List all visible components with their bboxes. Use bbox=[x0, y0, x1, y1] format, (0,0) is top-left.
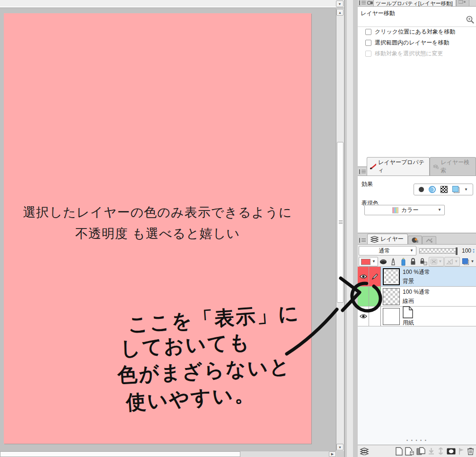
tab-layer-secondary-1[interactable] bbox=[408, 236, 422, 244]
panel-divider[interactable] bbox=[344, 0, 358, 457]
layer-property-tabstrip: レイヤープロパティ レイヤー検索 bbox=[358, 167, 476, 176]
tab-layer-property[interactable]: レイヤープロパティ bbox=[367, 157, 430, 176]
artboard[interactable]: 選択したレイヤーの色のみ表示できるように 不透明度 も選べると嬉しい ここを「表… bbox=[4, 13, 311, 444]
sub-tool-detail-icon[interactable] bbox=[466, 15, 474, 24]
option-move-layer-in-selection[interactable]: 選択範囲内のレイヤーを移動 bbox=[365, 39, 449, 47]
panel-resize-grip[interactable]: • • • • • bbox=[406, 438, 427, 443]
secondary-icon bbox=[425, 237, 433, 243]
layer-thumbnail[interactable] bbox=[383, 268, 400, 285]
layer-body[interactable]: 用紙 bbox=[381, 307, 476, 326]
layer-thumbnail[interactable] bbox=[383, 308, 400, 325]
new-vector-layer-icon[interactable] bbox=[405, 447, 414, 456]
layer-property-panel: レイヤープロパティ レイヤー検索 効果 ▼ 表現色 bbox=[358, 167, 476, 233]
panel-menu-icon[interactable] bbox=[359, 0, 366, 6]
brush-stroke-icon bbox=[370, 164, 377, 169]
chevron-down-icon[interactable]: ▼ bbox=[464, 188, 468, 192]
blend-mode-value: 通常 bbox=[359, 247, 410, 255]
horizontal-scroll-thumb[interactable] bbox=[0, 451, 240, 457]
watercolor-edge-icon[interactable] bbox=[429, 186, 436, 193]
tone-effect-icon[interactable] bbox=[441, 186, 448, 193]
canvas-vertical-scrollbar[interactable]: ▲ ▼ bbox=[336, 9, 344, 451]
panel-dock-layers-icon[interactable] bbox=[360, 448, 369, 455]
layer-row-paper[interactable]: 用紙 bbox=[358, 307, 476, 326]
panel-menu-icon[interactable] bbox=[359, 237, 366, 244]
checkbox-label: 移動対象を選択状態に変更 bbox=[375, 50, 443, 58]
layer-name[interactable]: 背景 bbox=[403, 277, 430, 285]
lock-transparent-pixels-icon[interactable] bbox=[418, 257, 428, 266]
option-move-object-at-click[interactable]: クリック位置にある対象を移動 bbox=[365, 28, 455, 36]
tab-layer-secondary-2[interactable] bbox=[422, 236, 436, 244]
layer-color-dropdown[interactable]: ▼ bbox=[460, 257, 476, 266]
layer-visibility-cell[interactable] bbox=[358, 267, 369, 286]
checkbox[interactable] bbox=[365, 40, 371, 46]
effect-buttons-group: ▼ bbox=[414, 184, 473, 195]
cel-icon bbox=[411, 237, 419, 243]
layer-panel-toolbar bbox=[358, 445, 476, 457]
tab-layer-search[interactable]: レイヤー検索 bbox=[430, 157, 476, 176]
layer-visibility-cell[interactable] bbox=[358, 307, 369, 326]
opacity-spinner[interactable]: 100 ▲▼ bbox=[459, 246, 475, 255]
delete-layer-trash-icon[interactable] bbox=[467, 447, 474, 455]
checkbox-label: 選択範囲内のレイヤーを移動 bbox=[375, 39, 449, 47]
layer-panel: レイヤー 通常 bbox=[358, 233, 476, 457]
layer-search-icon bbox=[433, 164, 439, 169]
layer-edit-target-cell[interactable] bbox=[369, 267, 381, 286]
panel-menu-icon[interactable] bbox=[359, 169, 366, 175]
layer-edit-target-cell[interactable] bbox=[369, 287, 381, 306]
canvas-text-line: 選択したレイヤーの色のみ表示できるように bbox=[4, 204, 311, 221]
reference-layer-icon[interactable] bbox=[388, 257, 398, 266]
opacity-slider-handle[interactable] bbox=[456, 247, 458, 255]
chevron-down-icon: ▼ bbox=[372, 260, 376, 264]
layer-opacity-text: 100 %通常 bbox=[403, 268, 430, 276]
tab-hidden-tool[interactable] bbox=[456, 0, 469, 7]
layer-row-background[interactable]: 100 %通常 背景 bbox=[358, 267, 476, 287]
chevron-down-icon: ▼ bbox=[470, 260, 474, 264]
layer-thumbnail[interactable] bbox=[383, 288, 400, 305]
sub-tool-title: レイヤー移動 bbox=[361, 9, 395, 18]
layer-row-lineart[interactable]: 100 %通常 線画 bbox=[358, 287, 476, 307]
border-effect-icon[interactable] bbox=[419, 187, 424, 192]
scroll-down-button[interactable]: ▼ bbox=[336, 0, 344, 7]
canvas-horizontal-scrollbar[interactable]: ▶ bbox=[0, 451, 336, 457]
clip-to-layer-below-icon[interactable] bbox=[379, 257, 388, 266]
palette-color-dropdown[interactable]: ▼ bbox=[359, 257, 378, 266]
spinner-arrows-icon[interactable]: ▲▼ bbox=[472, 248, 475, 254]
layer-visibility-cell[interactable] bbox=[358, 287, 369, 306]
layer-body[interactable]: 100 %通常 線画 bbox=[381, 287, 476, 306]
tool-property-panel: ツールプロパティ[レイヤー移動] レイヤー移動 bbox=[358, 0, 476, 167]
scroll-right-button[interactable]: ▶ bbox=[329, 451, 336, 457]
layer-color-effect-icon[interactable] bbox=[452, 186, 459, 193]
canvas-region: ▼ 選択したレイヤーの色のみ表示できるように 不透明度 も選べると嬉しい ここを… bbox=[0, 0, 344, 457]
layer-color-icon bbox=[462, 258, 469, 265]
new-folder-icon[interactable] bbox=[416, 447, 425, 455]
checkbox-label: クリック位置にある対象を移動 bbox=[375, 28, 455, 36]
vertical-scroll-thumb[interactable] bbox=[337, 142, 344, 303]
right-panel-column: ツールプロパティ[レイヤー移動] レイヤー移動 bbox=[358, 0, 476, 457]
merge-down-icon-disabled bbox=[437, 448, 444, 455]
layer-command-row: ▼ bbox=[358, 256, 476, 267]
create-mask-icon[interactable] bbox=[447, 448, 456, 455]
draft-layer-icon[interactable] bbox=[398, 257, 408, 266]
chevron-down-icon: ▼ bbox=[439, 260, 442, 264]
canvas-viewport[interactable]: 選択したレイヤーの色のみ表示できるように 不透明度 も選べると嬉しい ここを「表… bbox=[0, 9, 336, 451]
layer-edit-target-cell[interactable] bbox=[369, 307, 381, 326]
new-layer-icon[interactable] bbox=[396, 447, 403, 456]
tab-label: レイヤー検索 bbox=[441, 158, 472, 175]
scroll-up-button[interactable]: ▲ bbox=[336, 9, 344, 16]
layer-name[interactable]: 用紙 bbox=[403, 319, 414, 327]
opacity-slider[interactable] bbox=[419, 248, 457, 254]
layer-body[interactable]: 100 %通常 背景 bbox=[381, 267, 476, 286]
paper-icon bbox=[403, 306, 413, 318]
scroll-grip bbox=[339, 220, 343, 224]
blend-mode-dropdown[interactable]: 通常 ▼ bbox=[359, 246, 416, 255]
eye-icon bbox=[360, 274, 367, 279]
tab-layer[interactable]: レイヤー bbox=[367, 234, 408, 244]
palette-color-swatch bbox=[361, 259, 370, 265]
tab-tool-property[interactable]: ツールプロパティ[レイヤー移動] bbox=[373, 0, 456, 7]
expression-color-dropdown[interactable]: カラー ▼ bbox=[364, 205, 445, 215]
checkbox[interactable] bbox=[365, 29, 371, 35]
upper-panel-edge: ▼ bbox=[0, 0, 344, 8]
lock-layer-icon[interactable] bbox=[408, 257, 418, 266]
scroll-down-button[interactable]: ▼ bbox=[336, 444, 344, 450]
layer-name[interactable]: 線画 bbox=[403, 297, 430, 305]
